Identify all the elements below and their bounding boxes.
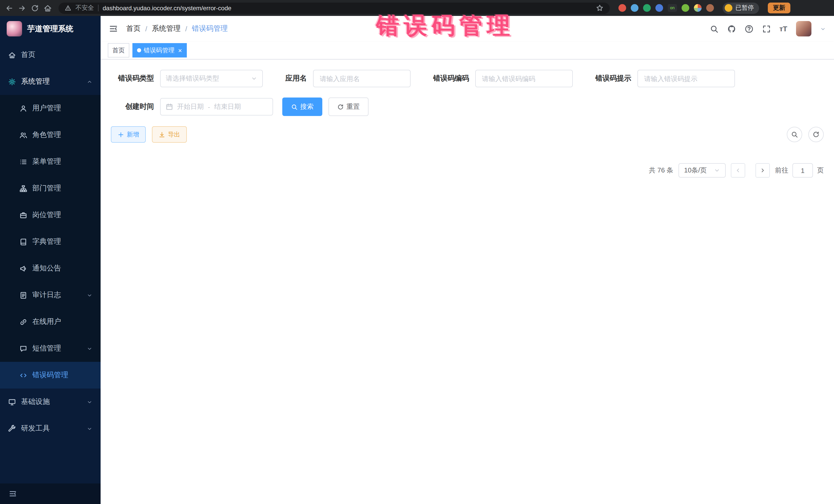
tab-home[interactable]: 首页: [108, 43, 129, 58]
breadcrumb-item[interactable]: 系统管理: [152, 24, 181, 34]
search-icon: [791, 131, 798, 138]
show-search-button[interactable]: [787, 127, 802, 142]
font-size-icon[interactable]: тT: [780, 25, 787, 33]
pagination: 共 76 条 10条/页 前往 页: [111, 163, 824, 188]
search-icon: [291, 104, 298, 110]
filter-create-time: 创建时间 开始日期 - 结束日期: [111, 98, 273, 115]
monitor-icon: [8, 398, 16, 406]
reset-button[interactable]: 重置: [328, 97, 369, 116]
filter-error-hint: 错误码提示: [595, 70, 735, 87]
update-browser-button[interactable]: 更新: [768, 3, 790, 13]
extension-icon[interactable]: [631, 4, 638, 12]
sidebar-item-audit-log[interactable]: 审计日志: [0, 282, 101, 308]
create-time-label: 创建时间: [111, 102, 160, 111]
browser-reload-icon[interactable]: [31, 4, 39, 12]
goto-page: 前往 页: [775, 163, 824, 178]
prev-page-button[interactable]: [731, 163, 745, 178]
sidebar-item-user[interactable]: 用户管理: [0, 95, 101, 122]
not-secure-icon: [65, 5, 71, 11]
sidebar-item-system[interactable]: 系统管理: [0, 68, 101, 95]
book-icon: [20, 238, 27, 246]
sidebar-item-post[interactable]: 岗位管理: [0, 202, 101, 228]
total-count: 共 76 条: [649, 166, 673, 175]
sidebar-item-menu[interactable]: 菜单管理: [0, 148, 101, 175]
browser-home-icon[interactable]: [44, 4, 52, 12]
sidebar-footer: [0, 483, 101, 504]
sidebar-item-error-code[interactable]: 错误码管理: [0, 362, 101, 389]
extension-icon[interactable]: [682, 4, 689, 12]
breadcrumb-separator: /: [145, 25, 147, 33]
page-content: 错误码类型 请选择错误码类型 应用名 错误码编码: [101, 60, 834, 504]
page-size-select[interactable]: 10条/页: [679, 163, 726, 178]
next-page-button[interactable]: [755, 163, 770, 178]
divider: [98, 5, 98, 11]
search-button[interactable]: 搜索: [282, 97, 322, 116]
sidebar-item-dev-tool[interactable]: 研发工具: [0, 415, 101, 442]
sidebar-item-label: 错误码管理: [32, 371, 68, 380]
sidebar-collapse-icon[interactable]: [9, 490, 17, 498]
list-icon: [20, 158, 27, 166]
tab-error-code[interactable]: 错误码管理×: [132, 43, 186, 58]
app-logo[interactable]: 芋道管理系统: [0, 16, 101, 42]
start-date-placeholder: 开始日期: [177, 102, 204, 111]
browser-forward-icon[interactable]: [18, 4, 26, 12]
extension-icon[interactable]: [655, 4, 663, 12]
error-code-input[interactable]: [475, 70, 573, 87]
home-icon: [8, 51, 16, 59]
filter-row-1: 错误码类型 请选择错误码类型 应用名 错误码编码: [111, 70, 824, 87]
profile-face-icon: [725, 4, 732, 12]
github-icon[interactable]: [727, 24, 736, 33]
sidebar: 芋道管理系统 首页系统管理用户管理角色管理菜单管理部门管理岗位管理字典管理通知公…: [0, 16, 101, 504]
sidebar-item-dict[interactable]: 字典管理: [0, 228, 101, 255]
error-type-select[interactable]: 请选择错误码类型: [160, 70, 263, 87]
search-icon[interactable]: [709, 24, 718, 33]
browser-back-icon[interactable]: [5, 4, 13, 12]
filter-app-name: 应用名: [285, 70, 411, 87]
sidebar-item-label: 研发工具: [21, 424, 50, 433]
sidebar-item-role[interactable]: 角色管理: [0, 122, 101, 148]
logo-image: [7, 21, 22, 37]
add-button[interactable]: 新增: [111, 126, 146, 143]
plus-icon: [117, 131, 124, 138]
extension-icon[interactable]: [618, 4, 626, 12]
date-range-picker[interactable]: 开始日期 - 结束日期: [160, 98, 273, 115]
breadcrumb: 首页/系统管理/错误码管理: [126, 24, 228, 34]
app-name-input[interactable]: [313, 70, 411, 87]
select-placeholder: 请选择错误码类型: [166, 74, 219, 83]
active-tab-dot: [137, 48, 141, 52]
link-icon: [20, 318, 27, 326]
error-hint-input[interactable]: [637, 70, 735, 87]
extension-icon[interactable]: [643, 4, 651, 12]
user-avatar[interactable]: [796, 21, 811, 37]
export-button[interactable]: 导出: [152, 126, 187, 143]
sidebar-item-sms[interactable]: 短信管理: [0, 335, 101, 362]
fullscreen-icon[interactable]: [762, 24, 771, 33]
refresh-table-button[interactable]: [808, 127, 824, 142]
chevron-down-icon[interactable]: [820, 26, 826, 31]
close-tab-icon[interactable]: ×: [178, 46, 182, 54]
goto-page-input[interactable]: [792, 163, 813, 178]
extension-icon[interactable]: on: [668, 4, 677, 12]
address-bar[interactable]: 不安全 dashboard.yudao.iocoder.cn/system/er…: [59, 2, 610, 14]
tree-icon: [20, 184, 27, 192]
sidebar-item-home[interactable]: 首页: [0, 42, 101, 68]
breadcrumb-item[interactable]: 首页: [126, 24, 140, 34]
extension-icon[interactable]: [694, 4, 702, 12]
topbar: 首页/系统管理/错误码管理 тT: [101, 16, 834, 42]
bookmark-star-icon[interactable]: [596, 4, 603, 12]
sidebar-item-notice[interactable]: 通知公告: [0, 255, 101, 282]
paused-badge[interactable]: 已暂停: [723, 2, 759, 14]
sidebar-item-label: 通知公告: [32, 264, 61, 273]
wrench-icon: [8, 425, 16, 432]
topbar-actions: тT: [709, 21, 826, 37]
breadcrumb-separator: /: [185, 25, 187, 33]
sidebar-item-online-user[interactable]: 在线用户: [0, 308, 101, 335]
sidebar-toggle-icon[interactable]: [109, 24, 118, 34]
error-type-label: 错误码类型: [111, 74, 160, 83]
browser-avatar[interactable]: [706, 4, 714, 12]
help-icon[interactable]: [744, 24, 753, 33]
sidebar-item-infra[interactable]: 基础设施: [0, 389, 101, 415]
download-icon: [159, 131, 165, 138]
chevron-down-icon: [87, 346, 92, 351]
sidebar-item-dept[interactable]: 部门管理: [0, 175, 101, 202]
